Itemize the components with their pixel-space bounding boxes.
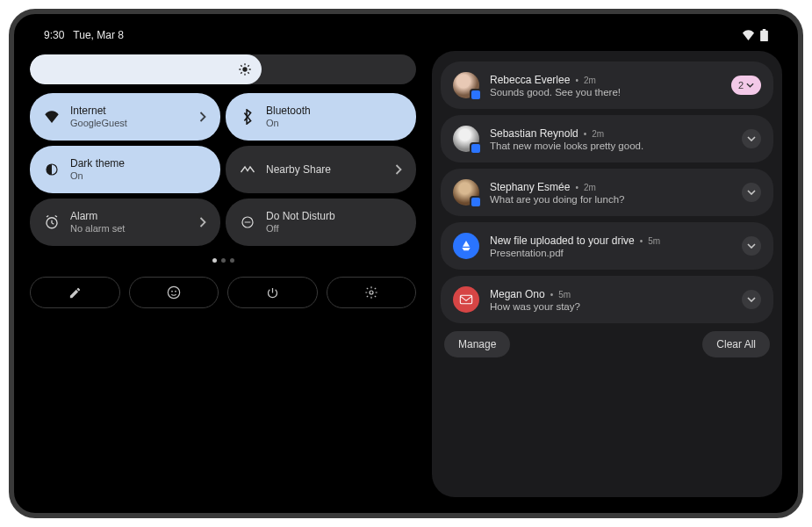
edit-button[interactable] xyxy=(30,277,120,308)
expand-button[interactable] xyxy=(742,236,761,256)
avatar xyxy=(453,126,479,152)
page-dot[interactable] xyxy=(221,258,226,263)
avatar xyxy=(453,72,479,98)
svg-point-16 xyxy=(370,291,373,294)
app-badge xyxy=(470,89,482,101)
notif-time: 5m xyxy=(648,236,660,246)
svg-line-6 xyxy=(248,72,248,73)
user-icon xyxy=(167,285,181,300)
dnd-icon xyxy=(240,214,255,230)
notif-body: That new movie looks pretty good. xyxy=(490,141,731,151)
quick-tiles: Internet GoogleGuest Bluetooth On xyxy=(30,93,416,246)
tile-subtitle: Off xyxy=(266,223,402,235)
settings-button[interactable] xyxy=(327,277,417,308)
notif-title: Stephany Esmée xyxy=(490,181,570,193)
tile-title: Internet xyxy=(70,105,189,118)
svg-line-7 xyxy=(241,72,241,73)
mail-icon xyxy=(453,286,479,313)
notification-item[interactable]: Stephany Esmée • 2m What are you doing f… xyxy=(441,169,773,216)
quick-settings-panel: Internet GoogleGuest Bluetooth On xyxy=(30,51,416,497)
tile-nearby-share[interactable]: Nearby Share xyxy=(226,146,416,193)
tile-subtitle: No alarm set xyxy=(70,223,189,235)
tile-subtitle: On xyxy=(266,118,402,130)
alarm-icon xyxy=(44,214,60,230)
chevron-right-icon xyxy=(199,112,206,122)
battery-status-icon xyxy=(760,29,768,41)
power-icon xyxy=(266,286,279,300)
tile-alarm[interactable]: Alarm No alarm set xyxy=(30,199,220,246)
notification-item[interactable]: Sebastian Reynold • 2m That new movie lo… xyxy=(441,115,773,162)
bluetooth-icon xyxy=(240,109,255,125)
page-dot[interactable] xyxy=(230,258,234,263)
clear-all-button[interactable]: Clear All xyxy=(702,331,770,357)
notif-count-pill[interactable]: 2 xyxy=(731,76,761,95)
tile-dnd[interactable]: Do Not Disturb Off xyxy=(226,199,416,246)
tile-title: Alarm xyxy=(70,210,189,223)
user-button[interactable] xyxy=(129,277,219,308)
expand-button[interactable] xyxy=(742,183,761,202)
notif-time: 2m xyxy=(592,129,604,139)
tile-subtitle: On xyxy=(70,170,206,183)
status-date: Tue, Mar 8 xyxy=(73,29,124,41)
brightness-slider[interactable] xyxy=(30,54,416,84)
svg-point-13 xyxy=(168,286,179,298)
drive-icon xyxy=(453,233,479,259)
nearby-share-icon xyxy=(240,162,255,177)
manage-button[interactable]: Manage xyxy=(444,331,510,357)
svg-point-15 xyxy=(175,291,176,292)
chevron-right-icon xyxy=(395,164,402,175)
notif-title: Rebecca Everlee xyxy=(490,74,570,86)
notif-time: 2m xyxy=(584,76,596,85)
svg-line-8 xyxy=(248,65,248,66)
svg-point-0 xyxy=(242,67,247,71)
avatar xyxy=(453,179,479,206)
notif-body: How was your stay? xyxy=(490,301,731,312)
tile-dark-theme[interactable]: Dark theme On xyxy=(30,146,220,193)
notif-title: Sebastian Reynold xyxy=(490,127,578,140)
svg-line-5 xyxy=(241,65,241,66)
app-badge xyxy=(470,196,482,208)
tile-title: Dark theme xyxy=(70,157,206,170)
tile-title: Nearby Share xyxy=(266,163,384,177)
tile-bluetooth[interactable]: Bluetooth On xyxy=(226,93,416,141)
svg-rect-17 xyxy=(460,295,471,303)
notif-title: New file uploaded to your drive xyxy=(490,235,635,247)
notif-body: Presentation.pdf xyxy=(490,248,731,258)
pencil-icon xyxy=(68,286,82,300)
notification-item[interactable]: Rebecca Everlee • 2m Sounds good. See yo… xyxy=(441,61,773,109)
brightness-icon xyxy=(237,61,253,77)
tile-internet[interactable]: Internet GoogleGuest xyxy=(30,93,220,141)
notif-time: 5m xyxy=(558,290,571,300)
notif-body: What are you doing for lunch? xyxy=(490,194,731,205)
expand-button[interactable] xyxy=(742,129,761,148)
notification-item[interactable]: New file uploaded to your drive • 5m Pre… xyxy=(441,222,773,270)
page-indicator xyxy=(30,258,416,263)
tile-title: Do Not Disturb xyxy=(266,210,402,223)
statusbar: 9:30 Tue, Mar 8 xyxy=(14,25,798,46)
notif-title: Megan Ono xyxy=(490,288,545,300)
chevron-right-icon xyxy=(199,217,206,227)
device-frame: 9:30 Tue, Mar 8 xyxy=(9,9,803,518)
expand-button[interactable] xyxy=(742,290,761,309)
notification-item[interactable]: Megan Ono • 5m How was your stay? xyxy=(441,276,773,323)
notif-time: 2m xyxy=(584,183,596,192)
app-badge xyxy=(470,142,482,155)
notification-panel: Rebecca Everlee • 2m Sounds good. See yo… xyxy=(432,51,782,497)
gear-icon xyxy=(364,285,378,300)
wifi-icon xyxy=(44,109,60,125)
dark-theme-icon xyxy=(44,162,60,177)
tile-title: Bluetooth xyxy=(266,105,402,118)
page-dot[interactable] xyxy=(212,258,217,263)
svg-point-14 xyxy=(171,291,173,292)
wifi-status-icon xyxy=(742,30,755,40)
power-button[interactable] xyxy=(227,277,318,308)
tile-subtitle: GoogleGuest xyxy=(70,118,189,130)
status-time: 9:30 xyxy=(44,29,64,41)
notif-body: Sounds good. See you there! xyxy=(490,87,721,97)
